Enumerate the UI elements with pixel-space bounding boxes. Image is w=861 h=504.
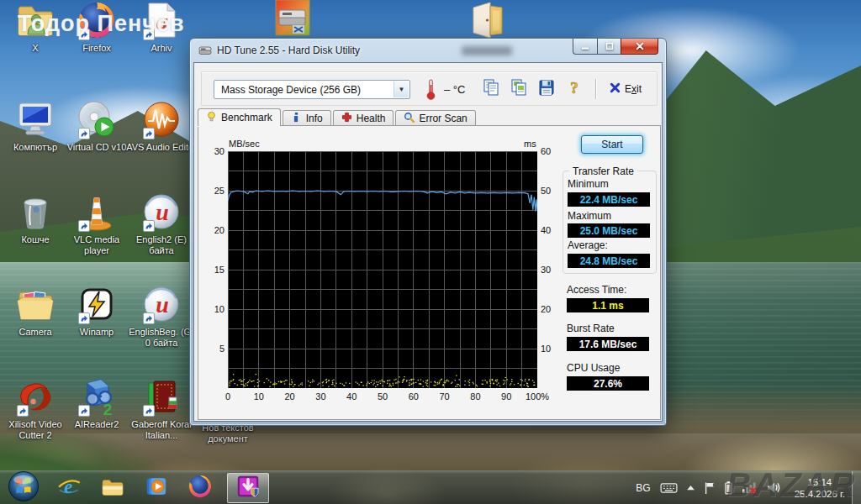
firefox-icon [188,474,213,502]
benchmark-chart [228,151,537,388]
taskbar-windows-explorer[interactable] [91,471,135,504]
copy-image-button[interactable] [508,78,530,100]
close-button[interactable] [621,39,658,55]
save-button[interactable] [536,78,557,100]
desktop-icon-vlc-media-player[interactable]: VLC media player [61,192,132,256]
minimize-button[interactable] [573,39,597,55]
x-tick: 0 [212,391,244,402]
downloader-app-icon [235,474,261,502]
desktop-icon-label: EnglishBeg. (G) 0 байта [126,327,197,349]
desktop-icon-camera[interactable]: Camera [0,284,71,338]
y-right-tick: 20 [541,304,566,314]
y-left-tick: 15 [199,265,224,275]
language-indicator[interactable]: BG [636,482,650,494]
desktop-icon-xilisoft-video-cutter[interactable]: Xilisoft Video Cutter 2 [0,376,71,441]
transfer-rate-group: Transfer Rate Minimum 22.4 MB/sec Maximu… [563,171,657,274]
minimum-value: 22.4 MB/sec [568,192,650,207]
shortcut-arrow-icon [78,312,90,324]
desktop-icon-label: Gaberoff Koral Italian... [126,419,197,441]
tab-health[interactable]: Health [333,110,394,126]
y-right-tick: 60 [541,146,566,156]
tab-label: Benchmark [221,112,272,123]
svg-text:e: e [64,475,72,496]
desktop-icon-english2[interactable]: uEnglish2 (E) байта [126,192,197,256]
access-time-value: 1.1 ms [567,298,649,312]
y-right-tick: 50 [541,186,566,196]
shortcut-arrow-icon [143,128,155,139]
desktop-icon-label: AVS Audio Editor [126,142,197,153]
tab-label: Info [306,113,323,124]
titlebar[interactable]: HD Tune 2.55 - Hard Disk Utility [190,39,666,62]
tab-label: Error Scan [419,113,467,124]
close-icon [636,39,644,54]
desktop-icon-label: Virtual CD v10 [61,142,132,153]
shortcut-arrow-icon [78,128,90,139]
taskbar-windows-media-player[interactable] [135,471,178,504]
show-hidden-icons-button[interactable] [686,485,695,491]
taskbar-downloader-app-active[interactable] [227,473,269,503]
bulb-icon [206,111,217,124]
internet-explorer-icon: e [56,474,82,502]
xilisoft-video-cutter-icon [15,376,55,417]
x-tick: 10 [243,391,275,402]
desktop-icon-label: Arhiv [126,43,197,54]
desktop-icon-virtual-cd[interactable]: Virtual CD v10 [61,99,132,153]
tab-bar: BenchmarkInfoHealthError Scan [198,108,478,126]
desktop-icon-gaberoff-koral[interactable]: Gaberoff Koral Italian... [126,376,197,441]
help-icon: ? [565,78,584,100]
keyboard-tray-button[interactable] [660,481,678,494]
copy-text-button[interactable] [480,78,502,100]
gaberoff-koral-icon [141,376,182,417]
start-benchmark-button[interactable]: Start [581,135,643,154]
tab-error-scan[interactable]: Error Scan [395,110,475,126]
maximize-icon [605,39,614,54]
x-tick: 100% [521,391,553,402]
window-client: Mass Storage Device (256 GB) ▼ – °C ? Ex… [193,62,663,422]
svg-text:u: u [156,291,169,318]
desktop-icon-recycle-bin[interactable]: Кошче [0,192,71,245]
exit-label: Exit [625,83,642,95]
y-left-tick: 10 [199,304,224,314]
help-button[interactable]: ? [563,78,585,100]
desktop-icon-open-folder[interactable] [467,0,508,40]
desktop-icon-label: Firefox [61,43,132,54]
svg-text:2: 2 [103,401,113,417]
recycle-bin-icon [15,192,55,232]
x-tick: 60 [398,391,430,402]
minimize-icon [581,39,589,54]
temperature-value: – °C [444,83,465,96]
drive-selector[interactable]: Mass Storage Device (256 GB) ▼ [214,80,410,99]
chevron-down-icon[interactable]: ▼ [394,81,409,97]
window-title: HD Tune 2.55 - Hard Disk Utility [217,45,360,56]
desktop-icon-computer[interactable]: Компютър [0,99,71,153]
desktop-icon-label: English2 (E) байта [126,234,197,256]
maximize-button[interactable] [597,39,621,55]
windows-start-icon [8,470,40,504]
blurred-desktop-label-behind-glass [462,46,512,55]
desktop-icon-avs-audio-editor[interactable]: AVS Audio Editor [126,99,197,153]
desktop-icon-label: Xilisoft Video Cutter 2 [0,419,71,441]
tab-benchmark[interactable]: Benchmark [198,108,281,126]
desktop-icon-label: X [0,43,71,54]
desktop-icon-label: VLC media player [61,234,132,256]
desktop-icon-hdtune-shortcut[interactable] [272,0,313,40]
flag-icon [704,481,716,495]
desktop-icon-englishbeg[interactable]: uEnglishBeg. (G) 0 байта [126,284,197,349]
x-tick: 50 [367,391,399,402]
x-tick: 80 [459,391,491,402]
action-center-button[interactable] [704,481,716,495]
taskbar-firefox[interactable] [178,471,222,504]
y-left-tick: 25 [199,186,224,196]
x-tick: 20 [274,391,306,402]
taskbar-internet-explorer[interactable]: e [47,471,91,504]
shortcut-arrow-icon [143,312,155,324]
start-button[interactable] [0,471,47,504]
svg-text:u: u [156,199,169,225]
shortcut-arrow-icon [143,405,155,417]
maximum-label: Maximum [568,210,611,222]
exit-button[interactable]: Exit [606,82,645,96]
tab-info[interactable]: Info [283,110,331,126]
desktop-icon-aireader2[interactable]: 2AIReader2 [61,376,132,430]
desktop-icon-winamp[interactable]: Winamp [61,284,132,338]
access-time-label: Access Time: [567,284,626,296]
